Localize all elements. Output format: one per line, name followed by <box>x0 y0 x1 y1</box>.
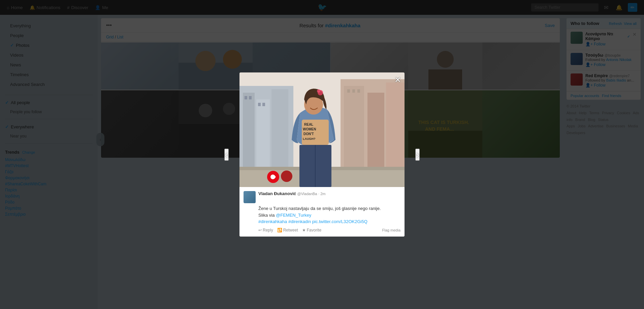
svg-rect-26 <box>258 103 261 106</box>
tweet-text: Žene u Turskoj nastavljaju da se smiju, … <box>258 205 400 225</box>
modal-next-btn[interactable]: › <box>415 149 420 161</box>
pic-link[interactable]: pic.twitter.com/L32OK2Gi5Q <box>312 219 367 224</box>
modal-tweet-user: Vladan Đukanović @VladanBa · 2m <box>244 191 400 203</box>
tweet-handle-at: @VladanBa <box>297 192 317 196</box>
svg-rect-24 <box>245 96 247 99</box>
favorite-action[interactable]: ★ Favorite <box>302 228 321 233</box>
modal-image-svg: REAL WOMEN DON'T LAUGH? <box>239 72 405 187</box>
reply-icon: ↩ <box>258 228 262 233</box>
retweet-action[interactable]: 🔁 Retweet <box>277 228 298 233</box>
hashtag2-link[interactable]: #direnkadin <box>288 219 311 224</box>
tweet-actions: ↩ Reply 🔁 Retweet ★ Favorite Flag media <box>258 228 400 233</box>
svg-text:WOMEN: WOMEN <box>303 127 316 131</box>
modal-image-area: REAL WOMEN DON'T LAUGH? <box>239 72 405 187</box>
tweet-avatar <box>244 191 256 203</box>
tweet-user-name: Vladan Đukanović <box>258 191 296 196</box>
svg-point-44 <box>281 171 292 182</box>
tweet-time: · 2m <box>318 192 325 196</box>
modal-prev-btn[interactable]: ‹ <box>224 149 229 161</box>
svg-text:REAL: REAL <box>304 123 313 126</box>
tweet-user-details: Vladan Đukanović @VladanBa · 2m <box>258 191 326 196</box>
svg-rect-25 <box>249 96 252 99</box>
svg-text:DON'T: DON'T <box>303 132 314 136</box>
svg-point-46 <box>270 175 275 179</box>
svg-rect-28 <box>347 89 350 93</box>
modal-overlay[interactable]: ‹ › ✕ <box>0 0 644 309</box>
svg-rect-30 <box>357 89 360 93</box>
modal-box: ✕ <box>239 72 405 237</box>
retweet-icon: 🔁 <box>277 228 282 233</box>
svg-text:LAUGH?: LAUGH? <box>303 137 316 141</box>
svg-rect-27 <box>262 103 265 106</box>
svg-point-40 <box>317 89 320 93</box>
star-icon: ★ <box>302 228 306 233</box>
modal-close-btn[interactable]: ✕ <box>394 76 401 84</box>
hashtag1-link[interactable]: #direnkahkaha <box>258 219 287 224</box>
flag-media-btn[interactable]: Flag media <box>382 228 400 232</box>
reply-action[interactable]: ↩ Reply <box>258 228 273 233</box>
modal-wrapper: ‹ › ✕ <box>239 72 405 237</box>
femen-link[interactable]: @FEMEN_Turkey <box>276 213 311 218</box>
svg-rect-29 <box>352 89 355 93</box>
modal-tweet-area: Vladan Đukanović @VladanBa · 2m Žene u T… <box>239 187 405 237</box>
